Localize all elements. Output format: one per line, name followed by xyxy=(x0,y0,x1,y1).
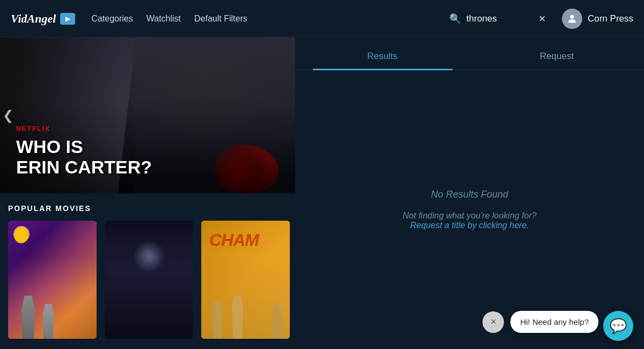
logo[interactable]: VidAngel xyxy=(11,12,75,26)
popular-movies-title: POPULAR MOVIES xyxy=(8,204,287,213)
no-results-message: No Results Found xyxy=(431,189,508,200)
chat-button-icon: 💬 xyxy=(610,318,627,335)
right-panel: Results Request No Results Found Not fin… xyxy=(295,38,644,349)
search-icon: 🔍 xyxy=(449,13,461,25)
search-area: 🔍 × xyxy=(449,12,546,26)
svg-point-0 xyxy=(570,14,574,18)
search-input[interactable] xyxy=(466,13,531,24)
search-close-button[interactable]: × xyxy=(539,12,546,26)
movie-card-3-title: CHAM xyxy=(209,231,259,249)
user-area: Corn Press xyxy=(562,9,633,29)
movie-card-3[interactable]: CHAM xyxy=(201,221,290,339)
hint-text: Not finding what you're looking for? xyxy=(402,211,536,221)
movies-grid: CHAM xyxy=(8,221,287,339)
nav-watchlist[interactable]: Watchlist xyxy=(147,14,181,24)
banner-content: NETFLIX WHO IS ERIN CARTER? xyxy=(16,125,152,177)
tab-request[interactable]: Request xyxy=(470,43,644,70)
logo-play-icon xyxy=(60,13,75,25)
chat-open-button[interactable]: 💬 xyxy=(603,311,633,341)
balloon-shape xyxy=(14,227,28,243)
banner-title: WHO IS ERIN CARTER? xyxy=(16,137,152,177)
featured-banner[interactable]: NETFLIX WHO IS ERIN CARTER? ❮ xyxy=(0,38,295,193)
header: VidAngel Categories Watchlist Default Fi… xyxy=(0,0,644,38)
user-name: Corn Press xyxy=(588,13,633,24)
avatar-icon xyxy=(566,13,578,25)
left-panel: NETFLIX WHO IS ERIN CARTER? ❮ POPULAR MO… xyxy=(0,38,295,349)
popular-movies-section: POPULAR MOVIES xyxy=(0,193,295,349)
main-content: NETFLIX WHO IS ERIN CARTER? ❮ POPULAR MO… xyxy=(0,38,644,349)
movie-card-2[interactable] xyxy=(105,221,193,339)
banner-prev-arrow[interactable]: ❮ xyxy=(3,108,13,123)
nav-default-filters[interactable]: Default Filters xyxy=(194,14,247,24)
card2-glow xyxy=(133,240,165,272)
chat-bubble: Hi! Need any help? xyxy=(510,311,598,333)
movie-card-1[interactable] xyxy=(8,221,97,339)
banner-source: NETFLIX xyxy=(16,125,152,133)
tab-results[interactable]: Results xyxy=(295,43,470,70)
nav-categories[interactable]: Categories xyxy=(91,14,133,24)
chat-widget: × Hi! Need any help? xyxy=(482,311,598,333)
search-tabs: Results Request xyxy=(295,38,644,70)
request-title-link[interactable]: Request a title by clicking here. xyxy=(410,221,529,230)
nav-links: Categories Watchlist Default Filters xyxy=(91,14,433,24)
chat-close-button[interactable]: × xyxy=(482,311,504,333)
logo-text: VidAngel xyxy=(11,12,56,26)
results-area: No Results Found Not finding what you're… xyxy=(295,70,644,349)
request-hint: Not finding what you're looking for? Req… xyxy=(402,211,536,230)
user-avatar[interactable] xyxy=(562,9,582,29)
